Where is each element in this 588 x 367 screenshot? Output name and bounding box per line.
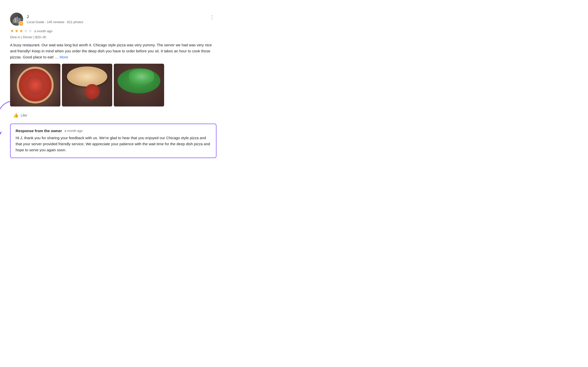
thumbs-up-icon: 👍 xyxy=(13,113,19,118)
owner-response-header: Response from the owner a month ago xyxy=(16,129,211,133)
review-card: ★ J Local Guide · 145 reviews · 621 phot… xyxy=(10,8,216,163)
review-tags: Dine in | Dinner | $20–30 xyxy=(10,35,216,39)
review-photos xyxy=(10,64,216,106)
review-photo-pizza[interactable] xyxy=(10,64,60,106)
like-label: Like xyxy=(21,113,27,117)
star-3: ★ xyxy=(19,28,23,34)
star-2: ★ xyxy=(15,28,19,34)
pizza-image xyxy=(10,64,60,106)
svg-rect-2 xyxy=(14,18,16,23)
star-4: ★ xyxy=(24,28,28,34)
reviewer-info: ★ J Local Guide · 145 reviews · 621 phot… xyxy=(10,13,83,26)
owner-response-text: Hi J, thank you for sharing your feedbac… xyxy=(16,135,211,153)
reviewer-details: J Local Guide · 145 reviews · 621 photos xyxy=(27,14,83,24)
local-guide-star-icon: ★ xyxy=(20,22,22,25)
owner-response: Response from the owner a month ago Hi J… xyxy=(10,124,216,158)
reviewer-meta: Local Guide · 145 reviews · 621 photos xyxy=(27,20,83,24)
like-button[interactable]: 👍 Like xyxy=(10,111,30,120)
star-1: ★ xyxy=(10,28,14,34)
svg-rect-3 xyxy=(17,17,18,23)
owner-response-time: a month ago xyxy=(64,129,83,133)
more-options-button[interactable]: ⋮ xyxy=(207,13,216,22)
stars: ★ ★ ★ ★ ★ xyxy=(10,28,32,34)
like-row: 👍 Like xyxy=(10,111,216,120)
review-time: a month ago xyxy=(34,29,52,33)
review-header: ★ J Local Guide · 145 reviews · 621 phot… xyxy=(10,13,216,26)
bread-image xyxy=(62,64,112,106)
review-text-content: A busy restaurant. Our wait was long but… xyxy=(10,43,212,59)
review-photo-salad[interactable] xyxy=(114,64,164,106)
review-text: A busy restaurant. Our wait was long but… xyxy=(10,42,216,60)
stars-row: ★ ★ ★ ★ ★ a month ago xyxy=(10,28,216,34)
owner-response-title: Response from the owner xyxy=(16,129,62,133)
more-link[interactable]: More xyxy=(60,55,68,59)
svg-marker-0 xyxy=(0,131,2,136)
avatar-wrap: ★ xyxy=(10,13,23,26)
salad-image xyxy=(114,64,164,106)
local-guide-badge: ★ xyxy=(19,21,24,26)
star-5: ★ xyxy=(28,28,32,34)
review-photo-bread[interactable] xyxy=(62,64,112,106)
reviewer-name: J xyxy=(27,14,83,20)
svg-rect-1 xyxy=(13,19,14,23)
